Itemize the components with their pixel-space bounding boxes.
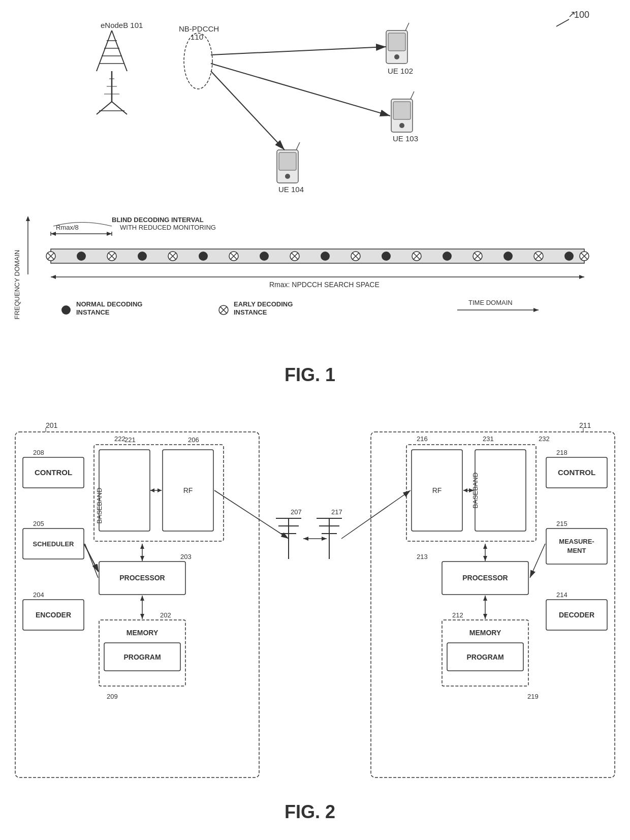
ref-206: 206 (188, 436, 199, 444)
svg-line-29 (211, 71, 285, 150)
ref-219: 219 (527, 693, 539, 700)
control-left-label: CONTROL (35, 468, 72, 477)
baseband-left-box (99, 450, 150, 531)
svg-marker-62 (579, 275, 584, 279)
legend-normal-dot (61, 305, 71, 315)
enodeb-tower (97, 30, 127, 114)
svg-marker-103 (483, 614, 487, 619)
encoder-label: ENCODER (36, 611, 71, 619)
svg-marker-39 (107, 232, 112, 236)
memory-right-label: MEMORY (469, 629, 501, 637)
program-right-label: PROGRAM (466, 653, 503, 661)
svg-point-25 (285, 174, 290, 179)
ref-212: 212 (452, 611, 463, 619)
normal-instance-2 (138, 252, 147, 261)
fig1-diagram: 100 ↗ eNodeB 101 NB-PDCCH (0, 0, 630, 417)
ref-211: 211 (579, 421, 591, 429)
with-reduced-label: WITH REDUCED MONITORING (120, 224, 216, 231)
svg-rect-24 (279, 152, 296, 170)
svg-line-18 (405, 23, 409, 30)
blind-decoding-label: BLIND DECODING INTERVAL (112, 216, 204, 224)
ref-217: 217 (331, 508, 342, 516)
fig2-label: FIG. 2 (285, 801, 335, 822)
normal-instance-4 (260, 252, 269, 261)
processor-right-label: PROCESSOR (462, 574, 508, 582)
ue103-label: UE 103 (393, 134, 418, 143)
svg-text:↗: ↗ (568, 9, 576, 19)
svg-marker-77 (140, 544, 144, 549)
svg-line-0 (556, 19, 569, 26)
svg-marker-34 (26, 216, 30, 221)
ref-215: 215 (556, 520, 568, 527)
normal-label-1: NORMAL DECODING (76, 300, 142, 308)
svg-marker-104 (483, 596, 487, 601)
svg-line-105 (530, 544, 545, 578)
ref-204: 204 (33, 591, 44, 599)
normal-instance-3 (199, 252, 208, 261)
freq-domain-label: FREQUENCY DOMAIN (13, 250, 21, 320)
rf-left-label: RF (183, 486, 193, 494)
svg-marker-81 (140, 596, 144, 601)
ref-208: 208 (33, 449, 44, 456)
measurement-label-2: MENT (568, 547, 586, 554)
ue103 (391, 91, 414, 132)
early-label-1: EARLY DECODING (234, 300, 293, 308)
svg-line-98 (341, 490, 411, 539)
baseband-left-label: BASEBAND (96, 488, 103, 524)
normal-instance-7 (443, 252, 452, 261)
svg-line-27 (211, 47, 386, 55)
ue102-label: UE 102 (388, 67, 413, 75)
ref-201: 201 (46, 421, 58, 429)
normal-instance-1 (77, 252, 86, 261)
svg-marker-100 (483, 544, 487, 549)
svg-marker-61 (51, 275, 56, 279)
processor-left-label: PROCESSOR (119, 574, 165, 582)
normal-instance-9 (564, 252, 574, 261)
svg-line-22 (411, 91, 414, 99)
scheduler-label: SCHEDULER (33, 540, 75, 548)
svg-line-3 (112, 30, 127, 71)
ref-205: 205 (33, 520, 44, 527)
svg-point-21 (399, 123, 404, 128)
ref-221: 221 (124, 436, 136, 444)
svg-marker-101 (483, 556, 487, 561)
svg-rect-16 (388, 33, 405, 51)
svg-line-10 (112, 102, 127, 114)
ref-213: 213 (417, 553, 428, 561)
svg-line-94 (214, 490, 289, 539)
svg-marker-92 (303, 537, 308, 541)
early-label-2: INSTANCE (234, 308, 267, 316)
ref-218: 218 (556, 449, 568, 456)
normal-label-2: INSTANCE (76, 308, 110, 316)
svg-marker-70 (158, 488, 162, 492)
rmax-label: Rmax: NPDCCH SEARCH SPACE (269, 281, 380, 289)
rf-right-label: RF (432, 486, 442, 494)
memory-left-label: MEMORY (127, 629, 159, 637)
measurement-box (546, 528, 607, 564)
ue104-label: UE 104 (278, 185, 304, 194)
svg-marker-71 (150, 488, 154, 492)
ue102 (386, 23, 409, 64)
ref-203: 203 (180, 553, 192, 561)
ref-209: 209 (107, 693, 118, 700)
svg-marker-93 (322, 537, 327, 541)
svg-marker-38 (51, 232, 56, 236)
svg-marker-97 (463, 488, 467, 492)
ref-214: 214 (556, 591, 568, 599)
svg-marker-66 (533, 308, 539, 312)
nb-pdcch-oval (184, 33, 212, 89)
enodeb-label: eNodeB 101 (101, 21, 143, 29)
ref-231: 231 (483, 435, 494, 443)
program-left-label: PROGRAM (123, 653, 161, 661)
svg-line-28 (211, 64, 390, 116)
ue104 (277, 142, 300, 183)
measurement-label-1: MEASURE- (559, 538, 594, 545)
nb-pdcch-label: NB-PDCCH (179, 24, 219, 33)
svg-line-2 (97, 30, 112, 71)
svg-marker-80 (140, 614, 144, 619)
baseband-right-box (475, 450, 526, 531)
svg-line-82 (85, 544, 98, 578)
normal-instance-6 (382, 252, 391, 261)
control-right-label: CONTROL (558, 468, 595, 477)
decoder-label: DECODER (559, 611, 594, 619)
